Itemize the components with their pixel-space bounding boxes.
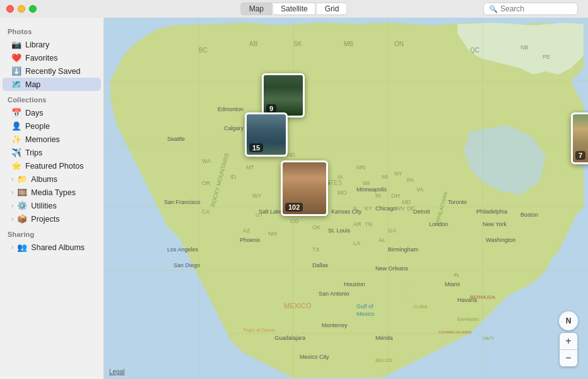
svg-text:TX: TX [312,246,320,253]
sidebar-item-albums[interactable]: › 📁 Albums [3,172,101,186]
sidebar-item-trips[interactable]: ✈️ Trips [3,146,101,159]
photo-pin-people2[interactable]: 7 [571,112,588,164]
compass-button[interactable]: N [559,311,578,330]
utilities-chevron: › [11,202,13,209]
close-button[interactable] [6,5,14,13]
legal-link[interactable]: Legal [109,368,124,375]
svg-text:PE: PE [543,54,550,60]
svg-text:WV: WV [396,205,405,212]
maximize-button[interactable] [29,5,37,13]
sidebar-item-days[interactable]: 📅 Days [3,106,101,119]
projects-chevron: › [11,215,13,222]
photo-pin-forest[interactable]: 9 [262,73,305,117]
sidebar-item-featured-photos[interactable]: ⭐ Featured Photos [3,159,101,172]
svg-text:Los Angeles: Los Angeles [167,246,199,253]
svg-text:MI: MI [382,174,388,180]
search-input[interactable] [500,4,572,13]
svg-text:NM: NM [268,231,277,237]
svg-text:DE: DE [407,205,415,212]
svg-text:IL: IL [353,205,358,212]
svg-text:MD: MD [402,199,411,205]
svg-text:WI: WI [363,180,370,186]
sharing-section-header: Sharing [0,226,103,241]
svg-text:Mérida: Mérida [375,335,393,341]
svg-text:San Francisco: San Francisco [164,199,201,205]
svg-text:CUBA: CUBA [413,304,428,310]
projects-icon: 📦 [17,214,27,224]
svg-text:Tropic of Cancer: Tropic of Cancer [243,328,276,333]
map-controls: N + − [559,311,578,366]
svg-text:BELIZE: BELIZE [375,358,393,363]
sidebar-shared-albums-label: Shared Albums [31,243,95,252]
svg-text:Boston: Boston [520,212,538,218]
svg-text:BAHAMAS: BAHAMAS [457,317,479,322]
sidebar-item-utilities[interactable]: › ⚙️ Utilities [3,199,101,212]
svg-text:IN: IN [375,193,381,199]
sidebar-library-label: Library [25,40,95,49]
svg-text:Seattle: Seattle [167,136,185,142]
sidebar-featured-photos-label: Featured Photos [25,162,95,171]
svg-text:Miami: Miami [445,281,460,287]
svg-text:KY: KY [365,205,372,212]
sidebar-item-favorites[interactable]: ❤️ Favorites [3,51,101,64]
sidebar-item-memories[interactable]: ✨ Memories [3,133,101,146]
minimize-button[interactable] [18,5,25,13]
svg-text:Phoenix: Phoenix [240,237,261,243]
svg-text:OR: OR [202,180,211,186]
pin-forest-count: 9 [266,104,276,113]
photo-pin-person[interactable]: 102 [281,160,328,216]
zoom-in-button[interactable]: + [560,333,577,349]
photo-pin-coast[interactable]: 15 [245,112,288,157]
main-content: Photos 📷 Library ❤️ Favorites ⬇️ Recentl… [0,18,588,379]
svg-text:QC: QC [470,47,479,54]
svg-text:LA: LA [353,240,360,246]
svg-text:ID: ID [230,174,237,180]
svg-text:Gulf of: Gulf of [356,303,373,310]
days-icon: 📅 [11,108,21,117]
zoom-out-button[interactable]: − [560,350,577,366]
svg-text:New Orleans: New Orleans [375,265,409,272]
grid-view-button[interactable]: Grid [317,3,348,15]
svg-text:MT: MT [246,164,254,171]
sidebar-media-types-label: Media Types [31,188,95,197]
svg-text:TN: TN [365,221,372,227]
albums-chevron: › [11,176,13,183]
svg-text:AR: AR [353,221,362,227]
map-view-button[interactable]: Map [241,3,272,15]
sidebar-days-label: Days [25,109,95,117]
sidebar-memories-label: Memories [25,135,95,144]
svg-text:BERMUDA: BERMUDA [470,294,496,300]
svg-text:San Diego: San Diego [173,262,200,268]
svg-text:OK: OK [312,224,320,231]
sidebar-map-label: Map [25,80,95,89]
svg-text:St. Louis: St. Louis [328,227,351,234]
trips-icon: ✈️ [11,148,21,157]
svg-text:Mexico: Mexico [356,311,375,317]
sidebar-item-shared-albums[interactable]: › 👥 Shared Albums [3,241,101,254]
map-icon: 🗺️ [11,80,21,89]
svg-text:HAITI: HAITI [483,336,494,340]
media-types-chevron: › [11,189,13,196]
sidebar-item-people[interactable]: 👤 People [3,119,101,133]
svg-text:Washington: Washington [486,237,515,243]
svg-text:CO: CO [290,218,299,224]
sidebar-item-recently-saved[interactable]: ⬇️ Recently Saved [3,64,101,78]
sidebar-item-map[interactable]: 🗺️ Map [3,78,101,91]
sidebar-item-library[interactable]: 📷 Library [3,38,101,51]
svg-text:Mexico City: Mexico City [300,354,329,360]
zoom-controls: + − [560,333,577,366]
map-area[interactable]: Edmonton Calgary Seattle San Francisco L… [104,18,588,379]
view-toggle: Map Satellite Grid [241,3,348,15]
albums-icon: 📁 [17,174,27,184]
people-icon: 👤 [11,121,21,131]
sidebar-item-projects[interactable]: › 📦 Projects [3,212,101,226]
svg-text:MEXICO: MEXICO [284,302,312,310]
svg-text:Minneapolis: Minneapolis [356,186,387,193]
sidebar-item-media-types[interactable]: › 🎞️ Media Types [3,186,101,199]
svg-text:Birmingham: Birmingham [388,246,418,253]
satellite-view-button[interactable]: Satellite [273,3,316,15]
svg-text:Houston: Houston [344,281,365,287]
svg-text:Calgary: Calgary [224,125,244,131]
svg-text:GA: GA [388,227,396,234]
svg-text:IA: IA [338,174,343,180]
